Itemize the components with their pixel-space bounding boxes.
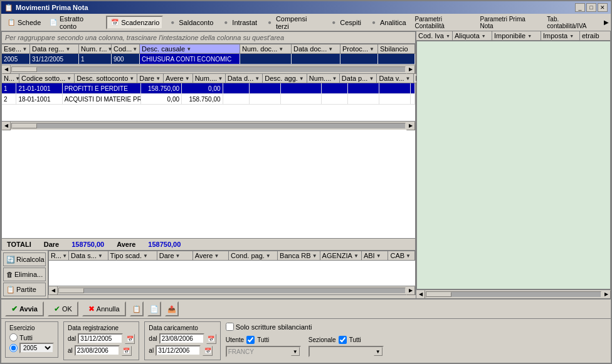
th-r[interactable]: R... ▼ [49,251,69,260]
sort-r-icon[interactable]: ▼ [62,252,67,259]
scad-hscroll-track[interactable] [58,288,406,294]
detail-row-2[interactable]: 2 18-01-1001 ACQUISTI DI MATERIE PRIME 0… [2,94,415,105]
th-data-p[interactable]: Data p... ▼ [340,74,377,83]
hscroll-track[interactable] [11,66,406,73]
sort-desc-agg-icon[interactable]: ▼ [298,75,305,81]
sort-dare-icon[interactable]: ▼ [155,75,161,81]
data-caric-dal-input[interactable] [159,333,204,344]
th-cod-iva[interactable]: Cod. Iva ▼ [416,31,453,41]
data-reg-dal-cal-btn[interactable]: 📅 [125,334,135,344]
sort-num-doc-icon[interactable]: ▼ [278,46,284,52]
sort-agenzia-icon[interactable]: ▼ [353,252,359,259]
th-avere[interactable]: Avere ▼ [164,74,193,83]
th-dare[interactable]: Dare ▼ [137,74,164,83]
extra-btn-2[interactable]: 📄 [147,301,161,316]
partite-button[interactable]: 📋 Partite [3,283,46,296]
hscroll-right-btn[interactable]: ▶ [406,65,415,74]
extra-btn-3[interactable]: 📤 [165,301,179,316]
th-data-s[interactable]: Data s... ▼ [69,251,108,260]
sort-scad-avere-icon[interactable]: ▼ [213,252,219,259]
sezionale-tutti-checkbox[interactable] [339,336,347,344]
minimize-button[interactable]: _ [575,3,585,12]
th-abi[interactable]: ABI ▼ [362,251,389,260]
sort-ese-icon[interactable]: ▼ [22,46,28,52]
th-codice-sotto[interactable]: Codice sotto... ▼ [19,74,75,83]
esercizio-tutti-radio[interactable]: Tutti [9,333,33,341]
detail-hscroll-left[interactable]: ◀ [2,122,11,130]
th-imponibile[interactable]: Imponibile ▼ [492,31,541,41]
elimina-button[interactable]: 🗑 Elimina... [3,268,46,281]
iva-hscroll-thumb[interactable] [426,292,451,297]
extra-btn-1[interactable]: 📋 [130,301,144,316]
sort-abi-icon[interactable]: ▼ [376,252,382,259]
data-caric-al-cal-btn[interactable]: 📅 [203,346,213,356]
avvia-button[interactable]: ✔ Avvia [5,301,44,316]
sort-data-doc-icon[interactable]: ▼ [327,46,334,52]
close-button[interactable]: ✕ [598,3,608,12]
ricalcola-button[interactable]: 🔄 Ricalcola [3,252,46,266]
sort-num3-icon[interactable]: ▼ [332,75,337,81]
tab-parametri-prima[interactable]: Parametri Prima Nota [477,16,543,29]
sort-imponibile-icon[interactable]: ▼ [527,34,532,38]
sort-cod-iva-icon[interactable]: ▼ [446,34,450,38]
sort-cond-pag-icon[interactable]: ▼ [265,252,272,259]
th-tipo-scad[interactable]: Tipo scad. ▼ [108,251,157,260]
th-cod[interactable]: Cod... ▼ [112,44,140,53]
maximize-button[interactable]: □ [586,3,596,12]
th-ese[interactable]: Ese... ▼ [2,44,30,53]
sort-data-p-icon[interactable]: ▼ [368,75,374,81]
schede-button[interactable]: 📋 Schede [3,16,44,29]
detail-hscroll-thumb[interactable] [12,123,37,128]
esercizio-year-select[interactable]: 2005 [19,343,54,353]
scadenzario-button[interactable]: 📅 Scadenzario [106,16,163,29]
iva-hscroll-track[interactable] [426,291,601,298]
th-desc-causale[interactable]: Desc. causale ▼ [140,44,240,53]
sort-cab-icon[interactable]: ▼ [405,252,411,259]
th-etraib[interactable]: etraib [580,31,611,41]
sort-avere-icon[interactable]: ▼ [184,75,191,81]
sort-data-d-icon[interactable]: ▼ [254,75,260,81]
data-reg-dal-input[interactable] [78,333,123,344]
sort-desc-causale-icon[interactable]: ▼ [186,46,192,52]
sort-num2-icon[interactable]: ▼ [218,75,223,81]
estratto-conto-button[interactable]: 📄 Estratto conto [45,16,105,29]
saldaconto-button[interactable]: ● Saldaconto [164,16,216,29]
scad-hscroll-thumb[interactable] [59,288,84,293]
th-num-doc[interactable]: Num. doc... ▼ [240,44,292,53]
solo-scritture-checkbox[interactable] [226,323,234,331]
hscroll-left-btn[interactable]: ◀ [2,65,11,74]
data-caric-dal-cal-btn[interactable]: 📅 [206,334,216,344]
th-data-v[interactable]: Data v... ▼ [377,74,413,83]
sort-data-v-icon[interactable]: ▼ [405,75,411,81]
scad-hscroll[interactable]: ◀ ▶ [49,286,415,294]
nav-arrow-icon[interactable]: ▶ [604,19,609,26]
th-cab[interactable]: CAB ▼ [388,251,415,260]
scad-hscroll-right[interactable]: ▶ [406,286,415,295]
data-reg-al-cal-btn[interactable]: 📅 [122,346,132,356]
th-data-d[interactable]: Data d... ▼ [226,74,263,83]
th-protoc[interactable]: Protoc... ▼ [340,44,378,53]
iva-hscroll[interactable]: ◀ ▶ [416,289,611,298]
sort-imposta-icon[interactable]: ▼ [569,34,574,38]
sort-data-reg-icon[interactable]: ▼ [65,46,71,52]
th-scad-avere[interactable]: Avere ▼ [193,251,229,260]
tab-parametri-cont[interactable]: Parametri Contabilità [412,16,476,29]
sezionale-combo-arrow[interactable]: ▼ [374,347,382,356]
sort-protoc-icon[interactable]: ▼ [369,46,375,52]
intrastat-button[interactable]: ● Intrastat [218,16,260,29]
th-data-reg[interactable]: Data reg... ▼ [30,44,79,53]
tab-cont-iva[interactable]: Tab. contabilità/IVA [544,16,603,29]
esercizio-year-input[interactable] [9,344,18,352]
sort-scad-dare-icon[interactable]: ▼ [175,252,181,259]
iva-hscroll-left[interactable]: ◀ [416,290,425,299]
data-reg-al-input[interactable] [75,345,120,356]
sort-codice-icon[interactable]: ▼ [66,75,72,81]
utente-tutti-checkbox[interactable] [246,336,255,344]
hscroll-thumb[interactable] [12,67,37,72]
th-scad-dare[interactable]: Dare ▼ [157,251,193,260]
top-table-hscroll[interactable]: ◀ ▶ [2,65,415,73]
sort-aliquota-icon[interactable]: ▼ [482,34,486,38]
utente-combo[interactable]: FRANCY ▼ [226,346,301,357]
esercizio-tutti-input[interactable] [9,333,18,341]
th-banca-rb[interactable]: Banca RB ▼ [278,251,320,260]
